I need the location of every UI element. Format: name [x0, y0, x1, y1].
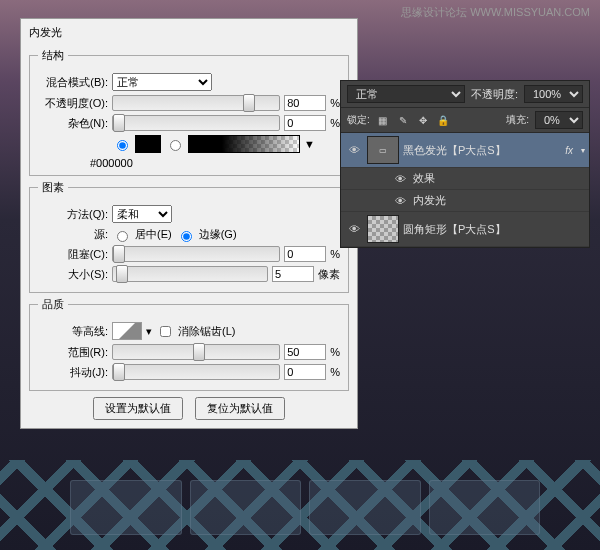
structure-group: 结构 混合模式(B): 正常 不透明度(O): % 杂色(N): % ▼ #00…: [29, 48, 349, 176]
layer-opacity-select[interactable]: 100%: [524, 85, 583, 103]
color-swatch[interactable]: [135, 135, 161, 153]
pct-label: %: [330, 366, 340, 378]
size-label: 大小(S):: [38, 267, 108, 282]
set-default-button[interactable]: 设置为默认值: [93, 397, 183, 420]
visibility-icon[interactable]: 👁: [391, 195, 409, 207]
lock-transparency-icon[interactable]: ▦: [376, 113, 390, 127]
pct-label: %: [330, 117, 340, 129]
watermark: 思缘设计论坛 WWW.MISSYUAN.COM: [401, 5, 590, 20]
antialias-label: 消除锯齿(L): [178, 324, 235, 339]
jitter-slider[interactable]: [112, 364, 280, 380]
method-select[interactable]: 柔和: [112, 205, 172, 223]
lock-position-icon[interactable]: ✥: [416, 113, 430, 127]
dropdown-icon[interactable]: ▼: [304, 138, 315, 150]
px-label: 像素: [318, 267, 340, 282]
layer-name[interactable]: 黑色发光【P大点S】: [403, 143, 561, 158]
visibility-icon[interactable]: 👁: [345, 144, 363, 156]
visibility-icon[interactable]: 👁: [345, 223, 363, 235]
size-input[interactable]: [272, 266, 314, 282]
inner-glow-label: 内发光: [413, 193, 446, 208]
elements-group: 图素 方法(Q): 柔和 源: 居中(E) 边缘(G) 阻塞(C): % 大小(…: [29, 180, 349, 293]
inner-glow-row[interactable]: 👁 内发光: [341, 190, 589, 212]
edge-radio[interactable]: [181, 231, 192, 242]
effects-row[interactable]: 👁 效果: [341, 168, 589, 190]
method-label: 方法(Q):: [38, 207, 108, 222]
inner-glow-dialog: 内发光 结构 混合模式(B): 正常 不透明度(O): % 杂色(N): % ▼…: [20, 18, 358, 429]
fill-select[interactable]: 0%: [535, 111, 583, 129]
range-label: 范围(R):: [38, 345, 108, 360]
gradient-picker[interactable]: [188, 135, 300, 153]
layer-thumbnail[interactable]: ▭: [367, 136, 399, 164]
lock-brush-icon[interactable]: ✎: [396, 113, 410, 127]
structure-legend: 结构: [38, 48, 68, 63]
lock-all-icon[interactable]: 🔒: [436, 113, 450, 127]
blend-mode-select[interactable]: 正常: [112, 73, 212, 91]
range-input[interactable]: [284, 344, 326, 360]
layer-row[interactable]: 👁 ▭ 黑色发光【P大点S】 fx ▾: [341, 133, 589, 168]
antialias-checkbox[interactable]: [160, 326, 171, 337]
quality-group: 品质 等高线: ▾ 消除锯齿(L) 范围(R): % 抖动(J): %: [29, 297, 349, 391]
range-slider[interactable]: [112, 344, 280, 360]
chevron-down-icon[interactable]: ▾: [581, 146, 585, 155]
color-radio[interactable]: [117, 140, 128, 151]
noise-input[interactable]: [284, 115, 326, 131]
opacity-label: 不透明度(O):: [38, 96, 108, 111]
layer-blend-select[interactable]: 正常: [347, 85, 465, 103]
blend-mode-label: 混合模式(B):: [38, 75, 108, 90]
size-slider[interactable]: [112, 266, 268, 282]
effects-label: 效果: [413, 171, 435, 186]
opacity-slider[interactable]: [112, 95, 280, 111]
pct-label: %: [330, 248, 340, 260]
noise-slider[interactable]: [112, 115, 280, 131]
layer-thumbnail[interactable]: [367, 215, 399, 243]
layer-opacity-label: 不透明度:: [471, 87, 518, 102]
pct-label: %: [330, 97, 340, 109]
fill-label: 填充:: [506, 113, 529, 127]
quality-legend: 品质: [38, 297, 68, 312]
source-label: 源:: [38, 227, 108, 242]
dialog-title: 内发光: [29, 23, 349, 44]
fx-badge[interactable]: fx: [565, 145, 577, 156]
jitter-label: 抖动(J):: [38, 365, 108, 380]
visibility-icon[interactable]: 👁: [391, 173, 409, 185]
opacity-input[interactable]: [284, 95, 326, 111]
jitter-input[interactable]: [284, 364, 326, 380]
hex-value: #000000: [90, 157, 340, 169]
choke-slider[interactable]: [112, 246, 280, 262]
edge-label: 边缘(G): [199, 227, 237, 242]
reset-default-button[interactable]: 复位为默认值: [195, 397, 285, 420]
contour-picker[interactable]: [112, 322, 142, 340]
center-label: 居中(E): [135, 227, 172, 242]
elements-legend: 图素: [38, 180, 68, 195]
layer-name[interactable]: 圆角矩形【P大点S】: [403, 222, 585, 237]
gradient-radio[interactable]: [170, 140, 181, 151]
choke-input[interactable]: [284, 246, 326, 262]
choke-label: 阻塞(C):: [38, 247, 108, 262]
layers-panel: 正常 不透明度: 100% 锁定: ▦ ✎ ✥ 🔒 填充: 0% 👁 ▭ 黑色发…: [340, 80, 590, 248]
lock-label: 锁定:: [347, 113, 370, 127]
noise-label: 杂色(N):: [38, 116, 108, 131]
layer-row[interactable]: 👁 圆角矩形【P大点S】: [341, 212, 589, 247]
pct-label: %: [330, 346, 340, 358]
contour-label: 等高线:: [38, 324, 108, 339]
center-radio[interactable]: [117, 231, 128, 242]
dropdown-icon[interactable]: ▾: [146, 325, 152, 338]
